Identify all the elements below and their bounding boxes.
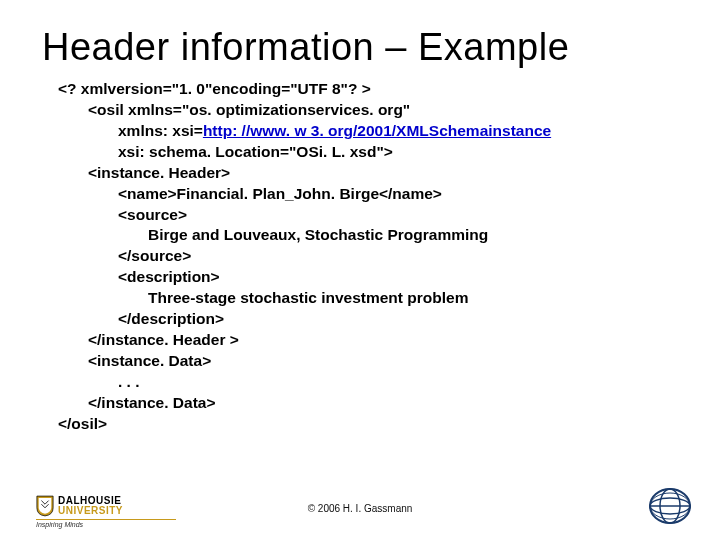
shield-icon	[36, 495, 54, 517]
code-line: </description>	[58, 309, 700, 330]
code-line: <osil xmlns="os. optimizationservices. o…	[58, 100, 700, 121]
code-line: <name>Financial. Plan_John. Birge</name>	[58, 184, 700, 205]
slide: Header information – Example <? xmlversi…	[0, 0, 720, 540]
logo-wordmark: DALHOUSIE UNIVERSITY	[58, 496, 123, 516]
globe-icon	[648, 486, 692, 526]
code-line: <? xmlversion="1. 0"encoding="UTF 8"? >	[58, 79, 700, 100]
slide-title: Header information – Example	[0, 0, 720, 79]
code-text: xmlns: xsi=	[118, 122, 203, 139]
code-line: xsi: schema. Location="OSi. L. xsd">	[58, 142, 700, 163]
logo-line-2: UNIVERSITY	[58, 506, 123, 516]
code-line: Three-stage stochastic investment proble…	[58, 288, 700, 309]
code-line: <description>	[58, 267, 700, 288]
code-line: . . .	[58, 372, 700, 393]
code-line: xmlns: xsi=http: //www. w 3. org/2001/XM…	[58, 121, 700, 142]
logo-motto: Inspiring Minds	[36, 519, 176, 528]
code-line: </source>	[58, 246, 700, 267]
code-line: </osil>	[58, 414, 700, 435]
code-line: </instance. Data>	[58, 393, 700, 414]
xml-code-block: <? xmlversion="1. 0"encoding="UTF 8"? > …	[0, 79, 720, 435]
code-line: </instance. Header >	[58, 330, 700, 351]
code-line: <instance. Header>	[58, 163, 700, 184]
dalhousie-logo: DALHOUSIE UNIVERSITY Inspiring Minds	[36, 495, 176, 528]
code-line: <instance. Data>	[58, 351, 700, 372]
code-line: <source>	[58, 205, 700, 226]
schema-link[interactable]: http: //www. w 3. org/2001/XMLSchemainst…	[203, 122, 551, 139]
code-line: Birge and Louveaux, Stochastic Programmi…	[58, 225, 700, 246]
